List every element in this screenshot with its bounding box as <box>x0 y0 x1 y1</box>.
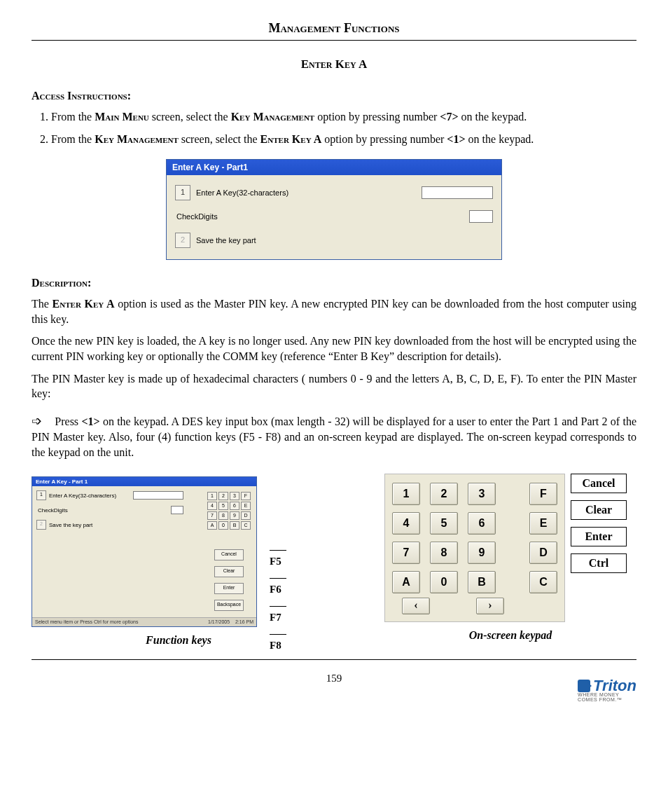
text: The <box>32 298 53 310</box>
f7-label: F7 <box>270 600 291 624</box>
side-cancel: Cancel <box>571 474 627 493</box>
text: option by pressing number <box>321 133 447 145</box>
mini-key[interactable]: C <box>241 521 251 530</box>
keypad-9[interactable]: 9 <box>468 542 496 564</box>
mini-key[interactable]: 1 <box>207 492 217 500</box>
keypad-b[interactable]: B <box>468 571 496 593</box>
mini-key[interactable]: 8 <box>218 511 228 520</box>
keypad-8[interactable]: 8 <box>430 542 458 564</box>
status-time: 2:16 PM <box>235 619 253 624</box>
mini-key[interactable]: A <box>207 521 217 530</box>
text: on the keypad. <box>459 111 527 123</box>
mini-key[interactable]: 9 <box>230 511 239 520</box>
brand-logo: Triton WHERE MONEY COMES FROM.™ <box>578 677 636 695</box>
text: on the keypad. A DES key input box (max … <box>32 415 636 458</box>
brand-tagline: WHERE MONEY COMES FROM.™ <box>578 692 636 702</box>
keypad-left-arrow[interactable]: ‹ <box>402 598 430 614</box>
f8-label: F8 <box>270 628 291 652</box>
keypad-2[interactable]: 2 <box>430 483 458 505</box>
figure-keypad: 1 2 3 F 4 5 6 E 7 8 9 <box>384 474 636 647</box>
page-subtitle: Enter Key A <box>32 57 636 71</box>
keypad-5[interactable]: 5 <box>430 512 458 535</box>
text: screen, select the <box>179 133 260 145</box>
onscreen-keypad: 1 2 3 F 4 5 6 E 7 8 9 <box>384 474 565 622</box>
checkdigits-field <box>469 210 493 223</box>
enter-key-a-ref: Enter Key A <box>53 298 115 310</box>
mini-backspace-button[interactable]: Backspace <box>214 600 244 611</box>
option-2-button[interactable]: 2 <box>175 233 190 248</box>
instruction-list: From the Main Menu screen, select the Ke… <box>51 109 636 146</box>
keypad-f[interactable]: F <box>529 483 557 505</box>
mini-key[interactable]: D <box>241 511 251 520</box>
keypad-e[interactable]: E <box>529 512 557 535</box>
figure-function-keys: Enter A Key - Part 1 1 Enter A Key(32-ch… <box>32 474 326 647</box>
mini-key[interactable]: 7 <box>207 511 217 520</box>
key-input[interactable] <box>422 186 493 199</box>
key-ref: <7> <box>440 111 458 123</box>
keypad-1[interactable]: 1 <box>392 483 420 505</box>
key-ref: <1> <box>447 133 465 145</box>
option-1-button[interactable]: 1 <box>175 185 190 200</box>
keypad-7[interactable]: 7 <box>392 542 420 564</box>
mini-key[interactable]: 2 <box>218 492 228 500</box>
mini-option-1[interactable]: 1 <box>36 490 46 500</box>
keypad-4[interactable]: 4 <box>392 512 420 535</box>
mini-clear-button[interactable]: Clear <box>214 566 244 577</box>
arrow-icon: ➩ <box>32 414 42 428</box>
mini-key[interactable]: 3 <box>230 492 239 500</box>
access-instructions-label: Access Instructions: <box>32 90 636 102</box>
page-number: 159 <box>326 673 342 684</box>
brand-mark-icon <box>578 680 590 692</box>
keypad-side-labels: Cancel Clear Enter Ctrl <box>571 474 627 573</box>
text: From the <box>51 133 95 145</box>
header-rule <box>32 40 636 41</box>
main-menu-ref: Main Menu <box>95 111 149 123</box>
mini-save-label: Save the key part <box>49 522 92 528</box>
mini-enter-key-label: Enter A Key(32-characters) <box>49 493 116 499</box>
mini-key[interactable]: F <box>241 492 251 500</box>
mini-statusbar: Select menu item or Press Ctrl for more … <box>32 617 256 626</box>
mini-key-input[interactable] <box>133 491 183 500</box>
mini-key[interactable]: 5 <box>218 502 228 510</box>
keypad-0[interactable]: 0 <box>430 571 458 593</box>
description-label: Description: <box>32 277 636 289</box>
key-management-ref: Key Management <box>95 133 179 145</box>
side-clear: Clear <box>571 500 627 520</box>
mini-enter-button[interactable]: Enter <box>214 583 244 594</box>
text: option by pressing number <box>314 111 440 123</box>
mini-keypad-grid: 1 2 3 F 4 5 6 E 7 8 9 D A 0 B <box>207 492 251 530</box>
mini-key[interactable]: 6 <box>230 502 239 510</box>
f6-label: F6 <box>270 572 291 596</box>
key-ref: <1> <box>81 415 99 427</box>
keypad-c[interactable]: C <box>529 571 557 593</box>
mini-key[interactable]: 0 <box>218 521 228 530</box>
mini-checkdigits-field <box>171 506 183 514</box>
mini-option-2[interactable]: 2 <box>36 520 46 530</box>
keypad-3[interactable]: 3 <box>468 483 496 505</box>
mini-cancel-button[interactable]: Cancel <box>214 549 244 560</box>
mini-dialog-title: Enter A Key - Part 1 <box>32 477 256 486</box>
mini-fn-buttons: Cancel Clear Enter Backspace <box>214 549 244 611</box>
description-p3: The PIN Master key is made up of hexadec… <box>32 371 636 401</box>
side-enter: Enter <box>571 527 627 546</box>
dialog-enter-key-a: Enter A Key - Part1 1 Enter A Key(32-cha… <box>166 159 502 260</box>
text: From the <box>51 111 95 123</box>
side-ctrl: Ctrl <box>571 553 627 573</box>
status-date: 1/17/2005 <box>208 619 230 624</box>
text: option is used as the Master PIN key. A … <box>32 298 636 325</box>
f5-label: F5 <box>270 544 291 567</box>
instruction-item: From the Key Management screen, select t… <box>51 132 636 147</box>
mini-key[interactable]: B <box>230 521 239 530</box>
keypad-6[interactable]: 6 <box>468 512 496 535</box>
key-management-ref: Key Management <box>231 111 315 123</box>
dialog-titlebar: Enter A Key - Part1 <box>167 160 501 175</box>
keypad-right-arrow[interactable]: › <box>476 598 504 614</box>
keypad-a[interactable]: A <box>392 571 420 593</box>
mini-key[interactable]: E <box>241 502 251 510</box>
mini-key[interactable]: 4 <box>207 502 217 510</box>
instruction-item: From the Main Menu screen, select the Ke… <box>51 109 636 125</box>
description-p1: The Enter Key A option is used as the Ma… <box>32 296 636 326</box>
enter-key-a-ref: Enter Key A <box>260 133 322 145</box>
status-text: Select menu item or Press Ctrl for more … <box>35 618 138 626</box>
keypad-d[interactable]: D <box>529 542 557 564</box>
